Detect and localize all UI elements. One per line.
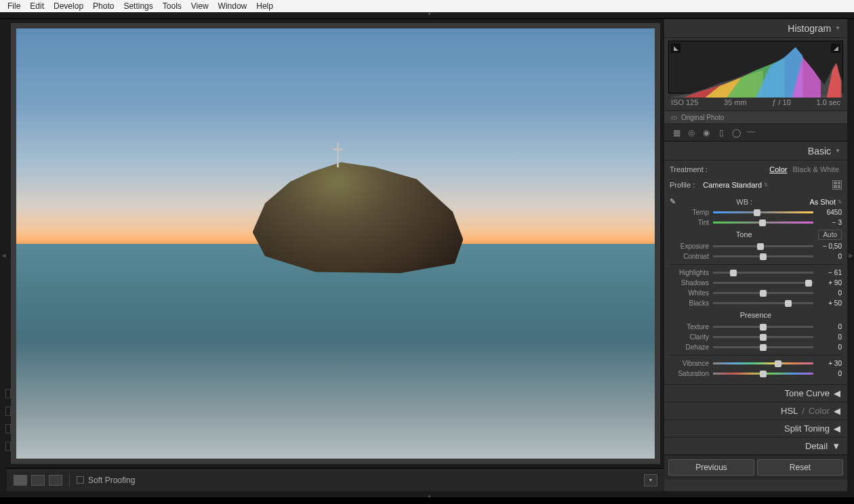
clarity-value[interactable]: 0 — [817, 333, 842, 341]
menu-photo[interactable]: Photo — [88, 0, 119, 12]
saturation-label: Saturation — [670, 370, 709, 377]
menu-help[interactable]: Help — [251, 0, 278, 12]
split-toning-panel-header[interactable]: Split Toning◀ — [664, 419, 847, 437]
menu-window[interactable]: Window — [214, 0, 252, 12]
iso-readout: ISO 125 — [671, 98, 698, 106]
tone-section-label: Tone — [670, 230, 818, 238]
radial-filter-tool[interactable]: ◯ — [731, 127, 741, 138]
adjustment-brush-tool[interactable]: 〰 — [746, 127, 756, 138]
dehaze-label: Dehaze — [670, 343, 709, 351]
histogram-metadata: ISO 125 35 mm ƒ / 10 1.0 sec — [664, 96, 847, 110]
tint-slider[interactable]: Tint − 3 — [670, 217, 842, 228]
histogram-display[interactable]: ◣ ◢ — [668, 41, 843, 93]
original-photo-toggle[interactable]: ▭Original Photo — [664, 110, 847, 124]
saturation-slider[interactable]: Saturation 0 — [670, 369, 842, 379]
treatment-bw-option[interactable]: Black & White — [790, 165, 842, 173]
chevron-down-icon: ▼ — [835, 25, 840, 31]
shadows-value[interactable]: + 90 — [817, 279, 842, 287]
dehaze-slider[interactable]: Dehaze 0 — [670, 342, 842, 352]
menu-develop[interactable]: Develop — [49, 0, 88, 12]
tool-strip: ▦ ◎ ◉ ▯ ◯ 〰 — [664, 124, 847, 142]
texture-value[interactable]: 0 — [817, 323, 842, 331]
blacks-value[interactable]: + 50 — [817, 299, 842, 307]
crop-tool[interactable]: ▦ — [671, 127, 682, 138]
temp-label: Temp — [670, 209, 709, 216]
wb-label: WB : — [736, 198, 752, 206]
whites-slider[interactable]: Whites 0 — [670, 288, 842, 298]
spot-removal-tool[interactable]: ◎ — [686, 127, 697, 138]
auto-tone-button[interactable]: Auto — [818, 230, 842, 240]
tone-curve-panel-header[interactable]: Tone Curve◀ — [664, 384, 847, 402]
wb-eyedropper-tool[interactable]: ✎ — [670, 197, 679, 207]
texture-label: Texture — [670, 323, 709, 331]
right-panel-toggle[interactable]: ▶ — [847, 19, 854, 491]
image-canvas[interactable] — [11, 23, 660, 464]
menu-edit[interactable]: Edit — [25, 0, 49, 12]
previous-button[interactable]: Previous — [668, 459, 754, 476]
histogram-title: Histogram — [788, 23, 831, 34]
bottom-toolbar: Soft Proofing ▼ — [7, 468, 664, 491]
dehaze-value[interactable]: 0 — [817, 343, 842, 351]
detail-panel-header[interactable]: Detail▼ — [664, 437, 847, 455]
reset-button[interactable]: Reset — [757, 459, 843, 476]
updown-icon: ⇅ — [764, 182, 768, 188]
clarity-label: Clarity — [670, 333, 709, 341]
aperture-readout: ƒ / 10 — [772, 98, 791, 106]
contrast-label: Contrast — [670, 253, 709, 260]
basic-panel-header[interactable]: Basic ▼ — [664, 142, 847, 161]
highlights-value[interactable]: − 61 — [817, 269, 842, 276]
whites-value[interactable]: 0 — [817, 289, 842, 297]
cross-icon — [337, 143, 339, 167]
vibrance-slider[interactable]: Vibrance + 30 — [670, 358, 842, 369]
graduated-filter-tool[interactable]: ▯ — [716, 127, 727, 138]
temp-value[interactable]: 6450 — [817, 209, 842, 216]
histogram-chart — [669, 41, 842, 98]
profile-label: Profile : — [670, 181, 695, 189]
profile-dropdown[interactable]: Camera Standard — [703, 181, 762, 189]
saturation-value[interactable]: 0 — [817, 370, 842, 377]
before-after-lr-button[interactable] — [31, 475, 45, 486]
chevron-down-icon: ▼ — [832, 441, 840, 451]
toolbar-options-button[interactable]: ▼ — [644, 474, 657, 486]
whites-label: Whites — [670, 289, 709, 297]
chevron-left-icon: ◀ — [834, 388, 840, 398]
filmstrip-toggle[interactable] — [0, 491, 854, 497]
exposure-slider[interactable]: Exposure − 0,50 — [670, 241, 842, 251]
blacks-slider[interactable]: Blacks + 50 — [670, 298, 842, 308]
profile-browser-button[interactable] — [832, 180, 842, 190]
contrast-slider[interactable]: Contrast 0 — [670, 251, 842, 261]
wb-dropdown[interactable]: As Shot — [809, 198, 836, 206]
vibrance-value[interactable]: + 30 — [817, 360, 842, 367]
tint-label: Tint — [670, 219, 709, 226]
before-after-tb-button[interactable] — [49, 475, 62, 486]
loupe-view-button[interactable] — [14, 475, 27, 486]
treatment-label: Treatment : — [670, 165, 708, 173]
left-panel-toggle[interactable]: ◀ — [0, 19, 7, 491]
treatment-color-option[interactable]: Color — [767, 165, 790, 173]
exposure-label: Exposure — [670, 243, 709, 250]
contrast-value[interactable]: 0 — [817, 253, 842, 260]
soft-proofing-checkbox[interactable] — [77, 476, 84, 484]
highlights-slider[interactable]: Highlights − 61 — [670, 268, 842, 278]
focal-length-readout: 35 mm — [724, 98, 747, 106]
shadows-slider[interactable]: Shadows + 90 — [670, 278, 842, 288]
hsl-panel-header[interactable]: HSL / Color◀ — [664, 402, 847, 419]
redeye-tool[interactable]: ◉ — [701, 127, 712, 138]
menu-settings[interactable]: Settings — [119, 0, 157, 12]
basic-panel-body: Treatment : Color Black & White Profile … — [664, 161, 847, 384]
clarity-slider[interactable]: Clarity 0 — [670, 332, 842, 342]
basic-title: Basic — [808, 146, 831, 156]
texture-slider[interactable]: Texture 0 — [670, 322, 842, 332]
histogram-panel-header[interactable]: Histogram ▼ — [664, 19, 847, 38]
photo-preview — [16, 28, 655, 459]
menu-tools[interactable]: Tools — [158, 0, 186, 12]
shadows-label: Shadows — [670, 279, 709, 287]
presence-section-label: Presence — [670, 311, 842, 319]
menu-view[interactable]: View — [186, 0, 214, 12]
app-menubar: File Edit Develop Photo Settings Tools V… — [0, 0, 854, 12]
menu-file[interactable]: File — [3, 0, 25, 12]
temp-slider[interactable]: Temp 6450 — [670, 207, 842, 217]
tint-value[interactable]: − 3 — [817, 219, 842, 226]
exposure-value[interactable]: − 0,50 — [817, 243, 842, 250]
top-panel-toggle[interactable] — [0, 12, 854, 19]
